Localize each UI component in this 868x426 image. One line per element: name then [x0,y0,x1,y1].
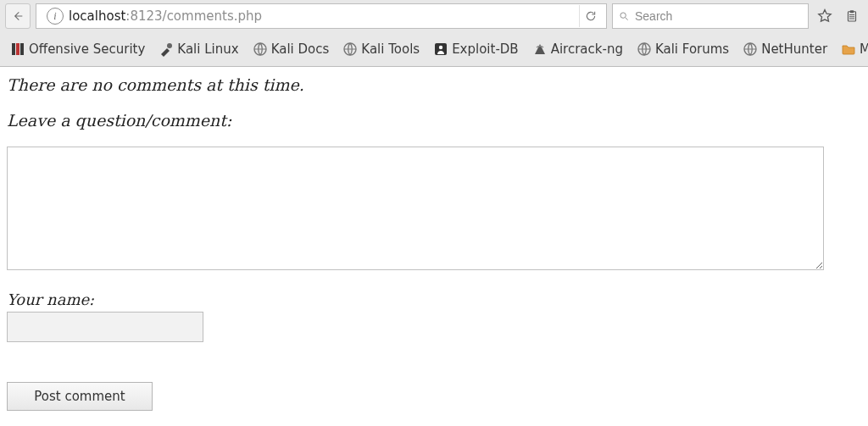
bookmark-offensive-security[interactable]: Offensive Security [5,38,150,60]
nav-toolbar: i localhost:8123/comments.php [0,0,868,32]
url-rest: :8123/comments.php [125,8,262,24]
name-input[interactable] [7,312,203,342]
antenna-icon [532,41,548,57]
offsec-icon [10,41,25,57]
search-icon [618,10,630,22]
page-content: There are no comments at this time. Leav… [0,67,868,419]
bookmark-kali-linux[interactable]: Kali Linux [153,38,243,60]
svg-rect-3 [12,43,15,55]
svg-rect-2 [850,10,854,13]
svg-point-10 [439,46,442,49]
bookmark-label: Aircrack-ng [551,41,623,57]
name-label: Your name: [7,290,861,308]
post-comment-button[interactable]: Post comment [7,382,153,411]
svg-rect-4 [16,43,19,55]
bookmark-nethunter[interactable]: NetHunter [737,38,832,60]
url-text: localhost:8123/comments.php [69,8,574,24]
no-comments-text: There are no comments at this time. [7,75,861,94]
star-icon [816,8,833,25]
globe-icon [637,41,652,57]
bookmark-most-visited[interactable]: Most [836,38,868,60]
reload-icon [584,9,598,23]
bookmark-star-button[interactable] [814,5,836,27]
bookmark-label: Offensive Security [29,41,145,57]
bookmark-kali-docs[interactable]: Kali Docs [248,38,335,60]
clipboard-button[interactable] [841,5,863,27]
bookmark-label: Kali Forums [655,41,729,57]
bookmark-exploit-db[interactable]: Exploit-DB [428,38,524,60]
arrow-left-icon [11,9,25,23]
browser-chrome: i localhost:8123/comments.php Offensive … [0,0,868,67]
globe-icon [743,41,758,57]
svg-point-0 [620,13,626,18]
exploitdb-icon [433,41,448,57]
bookmark-label: Kali Linux [177,41,238,57]
url-host: localhost [69,8,125,24]
bookmark-label: Kali Tools [361,41,420,57]
search-input[interactable] [635,9,803,23]
globe-icon [253,41,268,57]
bookmark-kali-tools[interactable]: Kali Tools [337,38,425,60]
comment-textarea[interactable] [7,147,824,270]
bookmark-label: Kali Docs [271,41,330,57]
bookmark-label: NetHunter [761,41,827,57]
bookmark-kali-forums[interactable]: Kali Forums [632,38,734,60]
bookmark-label: Most [860,41,868,57]
tool-icon [159,41,174,57]
info-icon[interactable]: i [47,8,64,25]
leave-comment-label: Leave a question/comment: [7,111,861,130]
clipboard-icon [844,8,860,24]
bookmarks-toolbar: Offensive Security Kali Linux Kali Docs … [0,32,868,66]
back-button[interactable] [5,3,31,29]
reload-button[interactable] [579,5,601,27]
globe-icon [342,41,358,57]
folder-icon [841,41,856,57]
search-bar[interactable] [612,3,809,29]
svg-rect-5 [20,43,24,55]
bookmark-aircrack-ng[interactable]: Aircrack-ng [527,38,628,60]
url-bar[interactable]: i localhost:8123/comments.php [36,3,607,29]
bookmark-label: Exploit-DB [452,41,519,57]
svg-point-6 [167,43,172,48]
